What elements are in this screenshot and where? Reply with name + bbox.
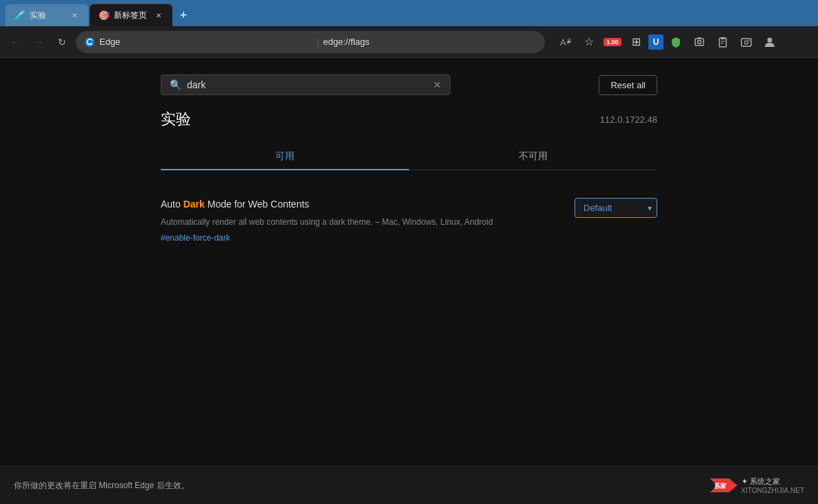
forward-button[interactable]: →	[29, 32, 48, 52]
photo-icon[interactable]	[735, 31, 757, 53]
feature-dropdown[interactable]: Default Enabled Disabled	[575, 198, 657, 218]
page-content: 🔍 ✕ Reset all 实验 112.0.1722.48 可用 不可用	[0, 58, 818, 504]
tab-1-label: 实验	[30, 10, 65, 21]
new-tab-button[interactable]: +	[174, 6, 193, 25]
watermark: 系家 ✦ 系统之家 XITONGZHIJIA.NET	[710, 475, 805, 496]
tab-strip: 🧪 实验 ✕ 🎯 新标签页 ✕ +	[0, 0, 818, 26]
feature-description: Automatically render all web contents us…	[161, 216, 558, 228]
extensions-icon[interactable]: ⊞	[625, 31, 647, 53]
svg-rect-7	[721, 37, 725, 39]
feature-select[interactable]: Default Enabled Disabled	[575, 198, 657, 218]
toolbar-icons: A🔊 ☆ 1.00 ⊞ U	[555, 31, 781, 53]
edge-favicon	[84, 37, 95, 48]
feature-title-highlight: Dark	[183, 199, 205, 210]
notification-text: 你所做的更改将在重启 Microsoft Edge 后生效。	[14, 480, 190, 492]
svg-text:🔊: 🔊	[566, 37, 571, 44]
bottom-notification: 你所做的更改将在重启 Microsoft Edge 后生效。 系家 ✦ 系统之家…	[0, 466, 818, 504]
feature-title-prefix: Auto	[161, 199, 183, 210]
address-bar: ← → ↻ Edge | edge://flags A🔊 ☆ 1.00 ⊞	[0, 26, 818, 58]
tab-available[interactable]: 可用	[161, 143, 409, 170]
note-icon[interactable]: U	[648, 34, 664, 50]
svg-rect-10	[741, 39, 751, 46]
svg-point-12	[748, 39, 750, 41]
tab-1-close[interactable]: ✕	[69, 10, 80, 21]
shopping-icon[interactable]: 1.00	[601, 31, 624, 53]
read-aloud-icon[interactable]: A🔊	[555, 31, 577, 53]
browser-window: 🧪 实验 ✕ 🎯 新标签页 ✕ + ← → ↻ Edge | edge://f	[0, 0, 818, 504]
version-text: 112.0.1722.48	[600, 114, 657, 125]
feature-info: Auto Dark Mode for Web Contents Automati…	[161, 198, 558, 243]
feature-list: Auto Dark Mode for Web Contents Automati…	[161, 187, 657, 254]
tab-2-icon: 🎯	[98, 10, 110, 21]
svg-point-4	[698, 40, 701, 43]
tab-1-icon: 🧪	[14, 10, 26, 21]
flags-tabs: 可用 不可用	[161, 143, 657, 170]
feature-title: Auto Dark Mode for Web Contents	[161, 198, 558, 212]
search-input-wrapper[interactable]: 🔍 ✕	[161, 74, 450, 95]
back-button[interactable]: ←	[6, 32, 25, 52]
svg-text:系家: 系家	[713, 482, 727, 490]
page-title: 实验	[161, 109, 191, 130]
favorites-icon[interactable]: ☆	[578, 31, 600, 53]
tab-2[interactable]: 🎯 新标签页 ✕	[90, 4, 172, 26]
search-icon: 🔍	[170, 79, 181, 90]
address-separator: |	[317, 37, 319, 47]
reset-all-button[interactable]: Reset all	[599, 75, 657, 95]
tab-2-label: 新标签页	[114, 10, 149, 21]
svg-text:A: A	[560, 37, 566, 48]
svg-point-11	[745, 41, 748, 44]
search-clear-icon[interactable]: ✕	[433, 79, 441, 90]
tab-unavailable[interactable]: 不可用	[409, 143, 657, 170]
svg-rect-3	[695, 39, 704, 46]
svg-point-13	[768, 37, 772, 42]
profile-icon[interactable]	[759, 31, 781, 53]
dropdown-wrapper[interactable]: Default Enabled Disabled	[575, 198, 657, 218]
feature-item-force-dark: Auto Dark Mode for Web Contents Automati…	[161, 187, 657, 254]
tab-1[interactable]: 🧪 实验 ✕	[6, 4, 88, 26]
flags-title-area: 实验 112.0.1722.48	[161, 109, 657, 130]
browser-brand: Edge	[99, 37, 312, 47]
watermark-logo: 系家	[710, 475, 737, 496]
feature-link[interactable]: #enable-force-dark	[161, 233, 230, 243]
flags-search-area: 🔍 ✕ Reset all	[161, 74, 657, 95]
shopping-badge: 1.00	[603, 38, 621, 46]
watermark-url: XITONGZHIJIA.NET	[741, 487, 805, 494]
feature-title-suffix: Mode for Web Contents	[205, 199, 309, 210]
tab-2-close[interactable]: ✕	[153, 10, 164, 21]
address-input-wrapper[interactable]: Edge | edge://flags	[76, 31, 545, 53]
shield-icon[interactable]	[665, 31, 687, 53]
address-url: edge://flags	[323, 37, 537, 47]
refresh-button[interactable]: ↻	[52, 32, 72, 52]
clipboard-icon[interactable]	[712, 31, 734, 53]
search-input[interactable]	[187, 79, 428, 90]
screenshot-icon[interactable]	[688, 31, 710, 53]
svg-rect-5	[698, 37, 701, 39]
watermark-brand: ✦ 系统之家	[741, 476, 805, 487]
